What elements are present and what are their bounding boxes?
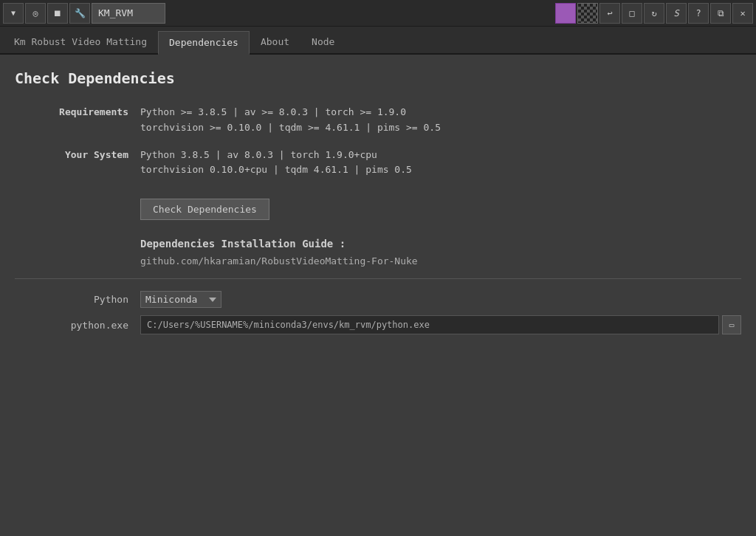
your-system-value: Python 3.8.5 | av 8.0.3 | torch 1.9.0+cp… (140, 148, 741, 179)
help-btn[interactable]: ? (688, 3, 709, 24)
tab-node[interactable]: Node (300, 30, 346, 53)
python-label: Python (15, 294, 140, 305)
target-btn[interactable]: ◎ (25, 3, 46, 24)
python-exe-path-row: ▭ (140, 315, 741, 334)
undo-btn[interactable]: ↩ (599, 3, 620, 24)
bottom-section: Python Miniconda System Custom python.ex… (15, 291, 741, 334)
python-exe-path-input[interactable] (140, 315, 719, 334)
page-title: Check Dependencies (15, 69, 741, 87)
main-content: Check Dependencies Requirements Python >… (0, 55, 756, 536)
check-dependencies-button[interactable]: Check Dependencies (140, 199, 269, 220)
wrench-btn[interactable]: 🔧 (69, 3, 90, 24)
browse-folder-button[interactable]: ▭ (722, 315, 741, 334)
install-guide-section: Dependencies Installation Guide : github… (140, 238, 741, 267)
install-guide-title: Dependencies Installation Guide : (140, 238, 741, 250)
tab-about[interactable]: About (250, 30, 300, 53)
python-exe-label: python.exe (15, 320, 140, 331)
requirements-line2: torchvision >= 0.10.0 | tqdm >= 4.61.1 |… (140, 120, 741, 136)
your-system-label: Your System (15, 148, 140, 179)
dropdown-arrow-btn[interactable]: ▼ (3, 3, 24, 24)
separator (15, 278, 741, 279)
requirements-value: Python >= 3.8.5 | av >= 8.0.3 | torch >=… (140, 105, 741, 136)
tabbar: Km Robust Video Matting Dependencies Abo… (0, 27, 756, 55)
purple-icon[interactable] (555, 3, 576, 24)
python-dropdown-row: Miniconda System Custom (140, 291, 741, 308)
close-btn[interactable]: ✕ (732, 3, 753, 24)
s-btn[interactable]: S (666, 3, 687, 24)
refresh-btn[interactable]: ↻ (644, 3, 664, 24)
requirements-line1: Python >= 3.8.5 | av >= 8.0.3 | torch >=… (140, 105, 741, 120)
checkerboard-icon[interactable] (577, 3, 598, 24)
window-btn[interactable]: ⧉ (710, 3, 731, 24)
titlebar: ▼ ◎ ⏹ 🔧 KM_RVM ↩ □ ↻ S ? ⧉ ✕ (0, 0, 756, 27)
python-dropdown[interactable]: Miniconda System Custom (140, 291, 221, 308)
your-system-line2: torchvision 0.10.0+cpu | tqdm 4.61.1 | p… (140, 162, 741, 178)
minimize-btn[interactable]: □ (622, 3, 642, 24)
info-grid: Requirements Python >= 3.8.5 | av >= 8.0… (15, 105, 741, 178)
your-system-line1: Python 3.8.5 | av 8.0.3 | torch 1.9.0+cp… (140, 148, 741, 163)
node-name: KM_RVM (92, 3, 165, 24)
requirements-label: Requirements (15, 105, 140, 136)
stop-btn[interactable]: ⏹ (47, 3, 68, 24)
install-guide-link[interactable]: github.com/hkaramian/RobustVideoMatting-… (140, 255, 741, 267)
check-btn-row: Check Dependencies (140, 199, 741, 220)
tab-dependencies[interactable]: Dependencies (158, 31, 250, 55)
tab-km[interactable]: Km Robust Video Matting (3, 30, 158, 53)
